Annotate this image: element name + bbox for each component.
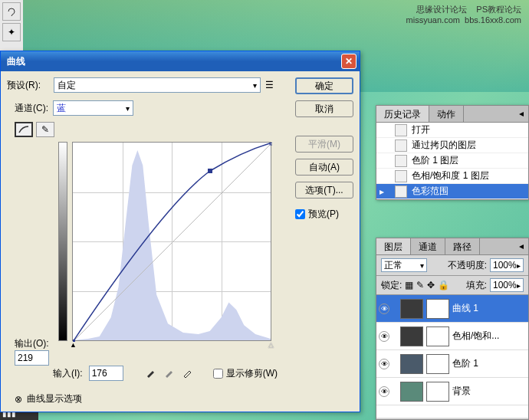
input-field[interactable] bbox=[89, 366, 123, 381]
curve-point-tool-icon[interactable] bbox=[15, 122, 33, 137]
history-item-label: 色相/饱和度 1 图层 bbox=[412, 169, 489, 182]
lock-label: 锁定: bbox=[381, 279, 402, 292]
fill-label: 填充: bbox=[466, 279, 487, 292]
layer-thumb bbox=[400, 299, 423, 319]
layer-label: 背景 bbox=[452, 385, 471, 398]
lock-move-icon[interactable]: ✥ bbox=[427, 280, 435, 290]
history-item[interactable]: 打开 bbox=[376, 123, 528, 138]
layer-label: 色阶 1 bbox=[452, 357, 478, 370]
history-panel: 历史记录 动作 ◂ 打开通过拷贝的图层色阶 1 图层色相/饱和度 1 图层▸色彩… bbox=[376, 105, 529, 200]
layer-row[interactable]: 👁色相/饱和... bbox=[376, 323, 528, 350]
white-eyedropper-icon[interactable] bbox=[182, 366, 196, 380]
layer-mask bbox=[426, 326, 449, 346]
ok-button[interactable]: 确定 bbox=[295, 77, 353, 94]
output-label: 输出(O): bbox=[15, 337, 49, 350]
history-item[interactable]: ▸色彩范围 bbox=[376, 184, 528, 199]
lasso-tool-icon[interactable] bbox=[2, 2, 21, 21]
visibility-eye-icon[interactable]: 👁 bbox=[379, 304, 389, 314]
opacity-value: 100% bbox=[493, 260, 517, 271]
chevron-down-icon: ▾ bbox=[126, 104, 130, 113]
input-label: 输入(I): bbox=[53, 367, 83, 380]
blend-mode-select[interactable]: 正常▾ bbox=[381, 258, 427, 272]
lock-brush-icon[interactable]: ✎ bbox=[416, 280, 424, 290]
layer-row[interactable]: 👁色阶 1 bbox=[376, 350, 528, 378]
layer-thumb bbox=[400, 382, 423, 402]
history-item-label: 色阶 1 图层 bbox=[412, 154, 458, 167]
channel-value: 蓝 bbox=[57, 102, 66, 115]
auto-button[interactable]: 自动(A) bbox=[295, 159, 353, 176]
tab-history[interactable]: 历史记录 bbox=[376, 106, 429, 122]
close-icon[interactable]: ✕ bbox=[341, 54, 356, 69]
magic-wand-icon[interactable]: ✦ bbox=[2, 23, 21, 41]
blend-value: 正常 bbox=[384, 259, 402, 272]
history-item-label: 通过拷贝的图层 bbox=[412, 139, 476, 152]
visibility-eye-icon[interactable]: 👁 bbox=[379, 331, 389, 342]
white-point-slider[interactable]: △ bbox=[268, 341, 274, 349]
tool-palette: ✦ bbox=[0, 0, 23, 54]
history-step-icon bbox=[395, 155, 407, 167]
black-eyedropper-icon[interactable] bbox=[145, 366, 159, 380]
layer-row[interactable]: 👁曲线 1 bbox=[376, 295, 528, 323]
preset-label: 预设(R): bbox=[7, 79, 49, 92]
history-item[interactable]: 通过拷贝的图层 bbox=[376, 138, 528, 153]
history-item[interactable]: 色阶 1 图层 bbox=[376, 153, 528, 169]
svg-line-0 bbox=[73, 143, 272, 342]
panel-menu-icon[interactable]: ◂ bbox=[514, 238, 528, 254]
curve-graph[interactable] bbox=[72, 142, 271, 341]
preset-value: 自定 bbox=[58, 79, 76, 92]
lock-pixels-icon[interactable]: ▦ bbox=[405, 280, 413, 290]
preview-input[interactable] bbox=[295, 209, 305, 219]
preset-menu-icon[interactable]: ☰ bbox=[265, 80, 274, 90]
cancel-button[interactable]: 取消 bbox=[295, 100, 353, 117]
visibility-eye-icon[interactable]: 👁 bbox=[379, 386, 389, 397]
preview-checkbox[interactable]: 预览(P) bbox=[295, 208, 353, 221]
lock-all-icon[interactable]: 🔒 bbox=[438, 280, 449, 290]
output-gradient bbox=[58, 142, 67, 341]
visibility-eye-icon[interactable]: 👁 bbox=[379, 359, 389, 369]
output-field[interactable] bbox=[15, 350, 49, 366]
opacity-field[interactable]: 100%▸ bbox=[490, 258, 524, 272]
fill-value: 100% bbox=[493, 280, 517, 290]
show-clip-input[interactable] bbox=[213, 369, 223, 379]
channel-label: 通道(C): bbox=[15, 102, 48, 115]
layer-label: 色相/饱和... bbox=[452, 330, 499, 343]
svg-rect-2 bbox=[208, 169, 212, 173]
history-step-icon bbox=[395, 124, 407, 136]
expand-chevron-icon[interactable]: ⊗ bbox=[15, 394, 22, 405]
curve-pencil-tool-icon[interactable]: ✎ bbox=[36, 122, 54, 137]
dialog-titlebar[interactable]: 曲线 ✕ bbox=[1, 51, 360, 71]
gray-eyedropper-icon[interactable] bbox=[163, 366, 177, 380]
history-item-label: 色彩范围 bbox=[412, 185, 449, 198]
layer-mask bbox=[426, 299, 449, 319]
channel-select[interactable]: 蓝 ▾ bbox=[53, 100, 133, 116]
watermark-top: 思缘设计论坛 PS教程论坛 missyuan.com bbs.16xx8.com bbox=[406, 4, 521, 25]
dialog-title: 曲线 bbox=[4, 55, 341, 68]
tab-layers[interactable]: 图层 bbox=[376, 238, 411, 254]
tab-paths[interactable]: 路径 bbox=[445, 238, 480, 254]
layer-thumb bbox=[400, 326, 423, 346]
options-button[interactable]: 选项(T)... bbox=[295, 182, 353, 199]
history-item-label: 打开 bbox=[412, 123, 430, 136]
curves-dialog: 曲线 ✕ 预设(R): 自定 ▾ ☰ 通道(C): 蓝 ▾ ✎ bbox=[0, 51, 360, 412]
curve-line bbox=[73, 143, 272, 342]
history-step-icon bbox=[395, 185, 407, 198]
panel-menu-icon[interactable]: ◂ bbox=[514, 106, 528, 122]
layer-label: 曲线 1 bbox=[452, 302, 478, 315]
tab-actions[interactable]: 动作 bbox=[429, 106, 464, 122]
show-clip-checkbox[interactable]: 显示修剪(W) bbox=[213, 367, 278, 380]
black-point-slider[interactable]: ▲ bbox=[70, 341, 77, 349]
layer-thumb bbox=[400, 354, 423, 374]
layer-row[interactable]: 👁背景 bbox=[376, 378, 528, 405]
chevron-down-icon: ▾ bbox=[253, 81, 257, 90]
history-step-icon bbox=[395, 139, 407, 152]
tab-channels[interactable]: 通道 bbox=[411, 238, 445, 254]
fill-field[interactable]: 100%▸ bbox=[490, 278, 524, 292]
history-item[interactable]: 色相/饱和度 1 图层 bbox=[376, 169, 528, 184]
preset-select[interactable]: 自定 ▾ bbox=[54, 77, 261, 93]
curve-options-label[interactable]: 曲线显示选项 bbox=[27, 392, 82, 405]
opacity-label: 不透明度: bbox=[448, 259, 487, 272]
preview-label: 预览(P) bbox=[308, 208, 339, 221]
history-step-icon bbox=[395, 170, 407, 182]
layer-mask bbox=[426, 354, 449, 374]
layer-mask bbox=[426, 382, 449, 402]
